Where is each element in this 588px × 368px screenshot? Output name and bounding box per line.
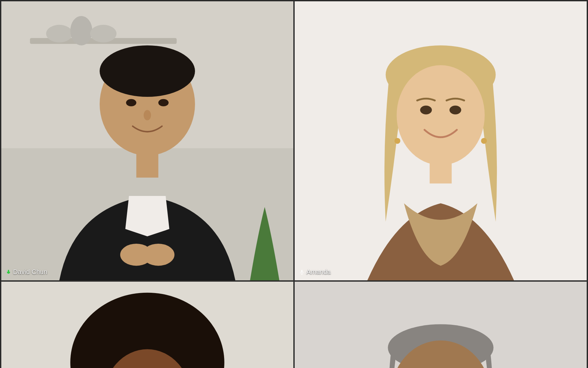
- video-tile-mari: Mari Mirek: [1, 282, 293, 368]
- mic-icon-david: [6, 270, 11, 275]
- mic-icon-amanda: [299, 270, 304, 275]
- svg-point-9: [158, 99, 169, 106]
- svg-point-10: [144, 110, 151, 120]
- svg-point-17: [397, 65, 484, 165]
- participant-name-amanda: Amanda: [299, 268, 331, 276]
- svg-point-13: [142, 244, 174, 266]
- svg-point-4: [70, 16, 92, 45]
- svg-point-22: [481, 138, 487, 144]
- svg-point-8: [126, 99, 136, 106]
- svg-point-7: [100, 45, 195, 97]
- svg-rect-20: [430, 162, 451, 184]
- video-grid: David Chun: [0, 0, 588, 368]
- video-tile-sanaa: Sanaa Amir: [295, 282, 587, 368]
- svg-point-21: [395, 138, 400, 144]
- video-tile-amanda: Amanda: [295, 1, 587, 280]
- svg-rect-11: [136, 152, 158, 178]
- video-tile-david: David Chun: [1, 1, 293, 280]
- svg-point-18: [420, 106, 432, 114]
- participant-name-david: David Chun: [6, 268, 47, 276]
- svg-point-19: [449, 106, 461, 114]
- svg-point-5: [90, 25, 117, 43]
- svg-point-3: [46, 25, 73, 43]
